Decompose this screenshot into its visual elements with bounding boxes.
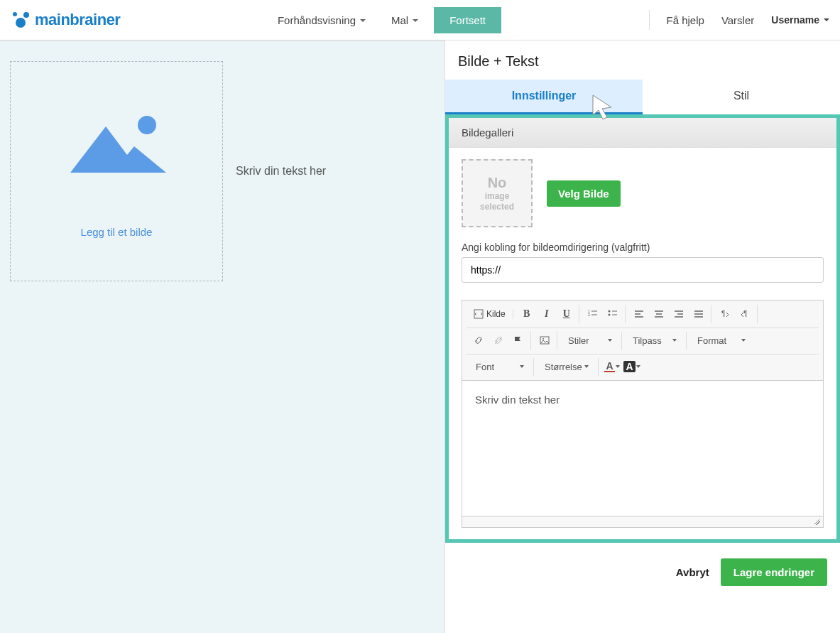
header-right: Få hjelp Varsler Username — [649, 10, 829, 30]
help-link[interactable]: Få hjelp — [667, 14, 704, 26]
block-row: Legg til et bilde Skriv din tekst her — [10, 61, 435, 281]
main: Legg til et bilde Skriv din tekst her Bi… — [0, 40, 840, 633]
separator — [649, 10, 650, 30]
source-label: Kilde — [486, 309, 506, 319]
bold-button[interactable]: B — [518, 305, 536, 323]
logo-icon — [11, 11, 31, 29]
flag-icon — [513, 335, 523, 345]
add-image-label: Legg til et bilde — [81, 226, 153, 238]
sidebar-footer: Avbryt Lagre endringer — [445, 543, 840, 602]
caret-icon — [413, 19, 418, 22]
styles-select[interactable]: Stiler — [562, 332, 618, 350]
italic-button[interactable]: I — [538, 305, 556, 323]
source-icon — [474, 309, 484, 319]
editor-resize-handle[interactable] — [462, 516, 823, 527]
nav-template-label: Mal — [391, 14, 408, 26]
canvas-text-placeholder[interactable]: Skriv din tekst her — [236, 165, 326, 178]
styles-label: Stiler — [562, 332, 595, 349]
svg-point-0 — [16, 18, 26, 28]
svg-marker-4 — [70, 126, 166, 173]
tab-style[interactable]: Stil — [643, 80, 840, 114]
link-icon — [474, 335, 484, 345]
editor-toolbar: Kilde B I U 12 — [462, 301, 823, 381]
caret-icon — [616, 365, 620, 368]
alerts-link[interactable]: Varsler — [721, 14, 754, 26]
header-left: mainbrainer — [11, 11, 120, 29]
ltr-icon: ¶ — [720, 309, 730, 319]
logo[interactable]: mainbrainer — [11, 11, 120, 29]
anchor-button[interactable] — [509, 331, 528, 350]
continue-button[interactable]: Fortsett — [434, 7, 501, 33]
rtl-icon: ¶ — [740, 309, 750, 319]
ol-icon: 12 — [588, 309, 598, 319]
save-button[interactable]: Lagre endringer — [721, 558, 827, 586]
app-header: mainbrainer Forhåndsvisning Mal Fortsett… — [0, 0, 840, 40]
caret-icon — [360, 19, 366, 22]
canvas-area: Legg til et bilde Skriv din tekst her — [0, 40, 445, 633]
svg-point-11 — [608, 310, 610, 313]
svg-text:¶: ¶ — [743, 310, 747, 318]
link-button[interactable] — [469, 331, 488, 350]
nav-preview[interactable]: Forhåndsvisning — [268, 9, 376, 32]
align-right-icon — [674, 309, 684, 319]
svg-point-2 — [13, 12, 17, 16]
nav-template[interactable]: Mal — [381, 9, 428, 32]
font-select[interactable]: Font — [469, 358, 530, 376]
unlink-button[interactable] — [489, 331, 508, 350]
editor-body[interactable]: Skriv din tekst her — [462, 381, 823, 516]
align-justify-button[interactable] — [689, 305, 708, 323]
svg-text:¶: ¶ — [721, 310, 725, 318]
underline-button[interactable]: U — [557, 305, 576, 323]
sidebar-title: Bilde + Tekst — [445, 40, 840, 80]
align-center-icon — [654, 309, 664, 319]
align-right-button[interactable] — [670, 305, 688, 323]
sidebar-tabs: Innstillinger Stil — [445, 80, 840, 114]
fit-label: Tilpass — [627, 332, 667, 349]
cancel-button[interactable]: Avbryt — [676, 566, 709, 578]
ltr-button[interactable]: ¶ — [716, 305, 734, 323]
align-center-button[interactable] — [650, 305, 668, 323]
text-editor: Kilde B I U 12 — [462, 300, 824, 528]
align-left-icon — [634, 309, 644, 319]
sidebar-panel: Bilde + Tekst Innstillinger Stil Bildega… — [445, 40, 840, 633]
text-color-button[interactable]: A — [603, 357, 621, 376]
svg-rect-6 — [474, 310, 483, 318]
image-placeholder-icon — [63, 105, 170, 183]
fit-select[interactable]: Tilpass — [626, 332, 683, 350]
logo-text: mainbrainer — [35, 11, 120, 29]
header-nav: Forhåndsvisning Mal Fortsett — [268, 7, 501, 33]
bg-color-button[interactable]: A — [623, 357, 641, 376]
panel-body: No image selected Velg Bilde Angi koblin… — [449, 148, 836, 539]
tab-settings[interactable]: Innstillinger — [445, 80, 643, 114]
no-image-no: No — [488, 175, 507, 191]
gallery-heading: Bildegalleri — [449, 118, 836, 148]
image-link-input[interactable] — [462, 257, 824, 283]
format-label: Format — [692, 332, 732, 349]
link-field-label: Angi kobling for bildeomdirigering (valg… — [462, 242, 824, 253]
image-button[interactable] — [535, 331, 554, 350]
bullet-list-button[interactable] — [604, 305, 622, 323]
tab-style-label: Stil — [733, 90, 749, 102]
caret-icon — [824, 18, 829, 21]
numbered-list-button[interactable]: 12 — [584, 305, 602, 323]
select-image-button[interactable]: Velg Bilde — [547, 180, 621, 207]
image-placeholder-block[interactable]: Legg til et bilde — [10, 61, 223, 281]
user-menu[interactable]: Username — [771, 14, 829, 26]
format-select[interactable]: Format — [691, 332, 752, 350]
size-select[interactable]: Størrelse — [538, 358, 595, 376]
highlighted-panel: Bildegalleri No image selected Velg Bild… — [445, 114, 840, 543]
unlink-icon — [493, 335, 503, 345]
image-icon — [540, 335, 550, 345]
size-label: Størrelse — [539, 359, 588, 375]
svg-point-31 — [542, 338, 544, 340]
svg-text:2: 2 — [588, 313, 590, 317]
svg-point-12 — [608, 314, 610, 316]
source-button[interactable]: Kilde — [469, 309, 510, 319]
nav-preview-label: Forhåndsvisning — [278, 14, 356, 26]
rtl-button[interactable]: ¶ — [736, 305, 754, 323]
no-image-thumb: No image selected — [462, 159, 533, 227]
no-image-sub: image selected — [480, 191, 514, 212]
svg-point-1 — [23, 12, 29, 18]
align-left-button[interactable] — [630, 305, 648, 323]
caret-icon — [636, 365, 640, 368]
